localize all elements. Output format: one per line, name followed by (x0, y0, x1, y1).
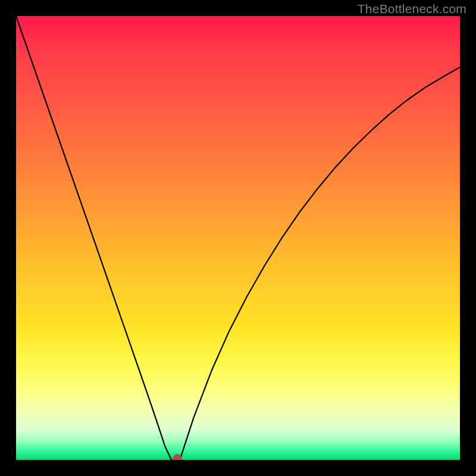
watermark-text: TheBottleneck.com (358, 2, 466, 16)
bottleneck-curve (16, 16, 460, 460)
plot-area (16, 16, 460, 460)
chart-frame: TheBottleneck.com (0, 0, 476, 476)
